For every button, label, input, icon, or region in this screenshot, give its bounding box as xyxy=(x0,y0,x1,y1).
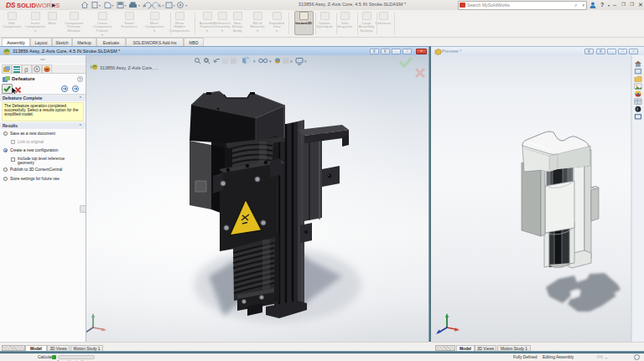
svg-text:▾: ▾ xyxy=(99,3,101,8)
svg-text:313856 Assy, Z-Axis Core, ...: 313856 Assy, Z-Axis Core, ... xyxy=(100,65,158,70)
svg-text:▾: ▾ xyxy=(185,3,187,8)
svg-text:▾: ▾ xyxy=(151,3,153,8)
svg-text:▾: ▾ xyxy=(138,3,140,8)
svg-text:▾: ▾ xyxy=(174,3,175,8)
svg-text:▾: ▾ xyxy=(125,3,127,8)
svg-text:▾: ▾ xyxy=(163,3,164,8)
svg-text:i: i xyxy=(636,106,637,111)
svg-text:β: β xyxy=(24,66,29,73)
svg-text:▾: ▾ xyxy=(112,3,114,8)
